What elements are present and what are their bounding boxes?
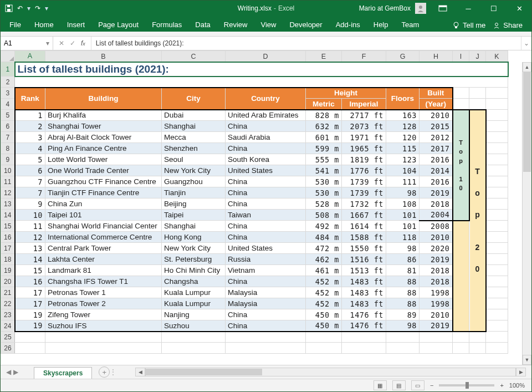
cell-imperial[interactable]: 1483 ft — [342, 276, 386, 287]
cell-city[interactable]: New York City — [162, 165, 226, 176]
cell-imperial[interactable]: 1971 ft — [342, 132, 386, 143]
cell-city[interactable]: Guangzhou — [162, 176, 226, 187]
col-header-H[interactable]: H — [420, 51, 453, 62]
cell-metric[interactable]: 462 m — [306, 254, 342, 265]
cell-metric[interactable]: 472 m — [306, 243, 342, 254]
zoom-slider[interactable] — [439, 384, 494, 386]
row-header-18[interactable]: 18 — [1, 254, 15, 265]
cell[interactable] — [486, 343, 508, 354]
cell-building[interactable]: Suzhou IFS — [45, 320, 162, 332]
cell-rank[interactable]: 7 — [15, 176, 45, 187]
cell-city[interactable]: Beijing — [162, 198, 226, 210]
cell-country[interactable]: Saudi Arabia — [226, 132, 306, 143]
tell-me[interactable]: Tell me — [453, 21, 485, 29]
add-sheet-button[interactable]: + — [99, 366, 110, 378]
cell-rank[interactable]: 6 — [15, 165, 45, 176]
row-header-16[interactable]: 16 — [1, 232, 15, 243]
cell-building[interactable]: One World Trade Center — [45, 165, 162, 176]
qat-customize-icon[interactable]: ▾ — [45, 4, 48, 12]
cell-year[interactable]: 2019 — [420, 254, 453, 265]
cell-metric[interactable]: 601 m — [306, 132, 342, 143]
cell[interactable] — [162, 332, 226, 343]
cell-country[interactable]: United Arab Emirates — [226, 110, 306, 121]
cell-floors[interactable]: 98 — [386, 187, 420, 198]
cell-city[interactable]: Kuala Lumpur — [162, 287, 226, 298]
cell-floors[interactable]: 118 — [386, 232, 420, 243]
cell-rank[interactable]: 11 — [15, 221, 45, 232]
fx-icon[interactable]: fx — [81, 39, 85, 47]
row-header-24[interactable]: 24 — [1, 320, 15, 332]
col-header-G[interactable]: G — [386, 51, 420, 62]
cell-floors[interactable]: 108 — [386, 198, 420, 210]
row-header-26[interactable]: 26 — [1, 343, 15, 354]
cell[interactable] — [486, 309, 508, 320]
row-header-23[interactable]: 23 — [1, 309, 15, 320]
cell-building[interactable]: Lotte World Tower — [45, 154, 162, 165]
cell-year[interactable]: 2016 — [420, 154, 453, 165]
cell-year[interactable]: 2010 — [420, 232, 453, 243]
row-header-12[interactable]: 12 — [1, 187, 15, 198]
cell-year[interactable]: 1998 — [420, 298, 453, 309]
col-header-F[interactable]: F — [342, 51, 386, 62]
row-header-2[interactable]: 2 — [1, 77, 15, 88]
row-header-11[interactable]: 11 — [1, 176, 15, 187]
zoom-in-button[interactable]: + — [500, 382, 503, 389]
cell-building[interactable]: Landmark 81 — [45, 265, 162, 276]
cell-country[interactable]: China — [226, 221, 306, 232]
ribbon-tab-insert[interactable]: Insert — [60, 18, 92, 32]
cell-rank[interactable]: 2 — [15, 121, 45, 132]
cell[interactable] — [386, 343, 420, 354]
close-button[interactable]: ✕ — [507, 1, 531, 16]
cell[interactable] — [486, 210, 508, 221]
cell-country[interactable]: South Korea — [226, 154, 306, 165]
cell-floors[interactable]: 104 — [386, 165, 420, 176]
undo-icon[interactable]: ↶ — [17, 4, 23, 12]
cell[interactable] — [162, 343, 226, 354]
cell[interactable] — [342, 332, 386, 343]
cell-imperial[interactable]: 1476 ft — [342, 320, 386, 332]
cell-metric[interactable]: 530 m — [306, 187, 342, 198]
cell-imperial[interactable]: 2717 ft — [342, 110, 386, 121]
cell-rank[interactable]: 19 — [15, 320, 45, 332]
cell-floors[interactable]: 101 — [386, 221, 420, 232]
cell[interactable] — [45, 332, 162, 343]
cell-imperial[interactable]: 1483 ft — [342, 298, 386, 309]
row-header-15[interactable]: 15 — [1, 221, 15, 232]
cell-metric[interactable]: 484 m — [306, 232, 342, 243]
cell-imperial[interactable]: 2073 ft — [342, 121, 386, 132]
horizontal-scrollbar[interactable]: ◀ ▶ — [135, 368, 526, 376]
scroll-thumb-vertical[interactable] — [523, 72, 531, 172]
cell-imperial[interactable]: 1667 ft — [342, 210, 386, 221]
cell-city[interactable]: Changsha — [162, 276, 226, 287]
user-avatar-icon[interactable] — [415, 3, 426, 14]
cell-empty[interactable] — [15, 77, 508, 88]
cell-metric[interactable]: 492 m — [306, 221, 342, 232]
name-box[interactable]: A1▾ — [1, 37, 53, 50]
cell-country[interactable]: China — [226, 176, 306, 187]
cell[interactable] — [486, 232, 508, 243]
cell-city[interactable]: Ho Chi Minh City — [162, 265, 226, 276]
row-header-4[interactable]: 4 — [1, 99, 15, 110]
cell-imperial[interactable]: 1776 ft — [342, 165, 386, 176]
cell[interactable] — [45, 343, 162, 354]
cell-rank[interactable]: 10 — [15, 210, 45, 221]
ribbon-tab-add-ins[interactable]: Add-ins — [329, 18, 367, 32]
cell-building[interactable]: Shanghai Tower — [45, 121, 162, 132]
view-pagebreak-icon[interactable]: ▭ — [411, 380, 424, 390]
cell-metric[interactable]: 599 m — [306, 143, 342, 154]
minimize-button[interactable]: ─ — [456, 1, 480, 16]
cell-year[interactable]: 2010 — [420, 110, 453, 121]
cell[interactable] — [486, 298, 508, 309]
cell[interactable] — [486, 154, 508, 165]
cell[interactable] — [486, 88, 508, 99]
row-header-1[interactable]: 1 — [1, 62, 15, 77]
cell-year[interactable]: 2014 — [420, 165, 453, 176]
cell[interactable] — [226, 343, 306, 354]
cell[interactable] — [486, 276, 508, 287]
ribbon-tab-page-layout[interactable]: Page Layout — [91, 18, 145, 32]
cell[interactable] — [453, 332, 469, 343]
cell-rank[interactable]: 3 — [15, 132, 45, 143]
cell-metric[interactable]: 541 m — [306, 165, 342, 176]
cell[interactable] — [15, 343, 45, 354]
row-header-20[interactable]: 20 — [1, 276, 15, 287]
